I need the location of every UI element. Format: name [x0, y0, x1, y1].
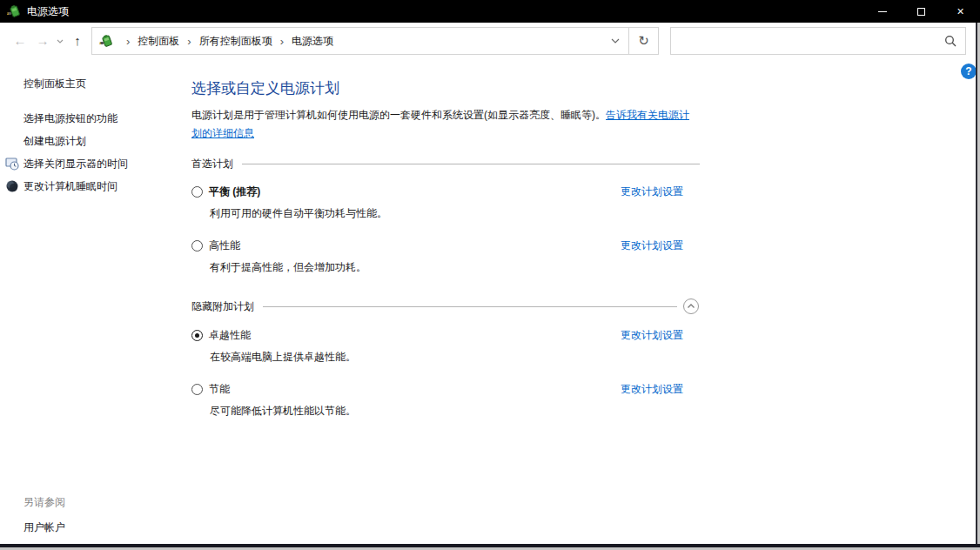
- breadcrumb-all-items[interactable]: 所有控制面板项: [199, 34, 272, 49]
- moon-sphere-icon: [5, 179, 19, 193]
- section-rule: [263, 306, 677, 307]
- sidebar-item-display-off-time[interactable]: 选择关闭显示器的时间: [23, 158, 191, 170]
- main-content: 选择或自定义电源计划 电源计划是用于管理计算机如何使用电源的一套硬件和系统设置(…: [191, 59, 705, 436]
- see-also-section: 另请参阅 用户帐户: [23, 495, 65, 535]
- plan-balanced: 平衡 (推荐) 更改计划设置 利用可用的硬件自动平衡功耗与性能。: [191, 184, 683, 221]
- sidebar-item-user-accounts[interactable]: 用户帐户: [23, 520, 65, 535]
- plan-name-high-performance[interactable]: 高性能: [209, 238, 240, 253]
- plan-description: 利用可用的硬件自动平衡功耗与性能。: [210, 206, 683, 221]
- crumb-separator-icon: ›: [126, 35, 130, 48]
- plan-name-balanced[interactable]: 平衡 (推荐): [209, 184, 260, 199]
- radio-ultimate-performance[interactable]: [191, 330, 203, 341]
- crumb-separator-icon: ›: [280, 35, 284, 48]
- sidebar-item-create-plan[interactable]: 创建电源计划: [23, 135, 191, 147]
- power-options-app-icon: [7, 4, 21, 18]
- crumb-separator-icon: ›: [187, 35, 191, 48]
- section-header-label: 隐藏附加计划: [191, 299, 254, 314]
- window-bottom-edge: [0, 544, 980, 550]
- navigation-bar: ← → ↑ › 控制面板 › 所有控制面板项 › 电源选项: [0, 23, 980, 59]
- change-plan-settings-link-balanced[interactable]: 更改计划设置: [621, 184, 683, 199]
- plan-power-saver: 节能 更改计划设置 尽可能降低计算机性能以节能。: [191, 382, 683, 419]
- plan-high-performance: 高性能 更改计划设置 有利于提高性能，但会增加功耗。: [191, 238, 683, 275]
- window-title: 电源选项: [27, 4, 69, 19]
- refresh-button[interactable]: ↻: [629, 27, 659, 55]
- close-button[interactable]: ×: [941, 0, 980, 23]
- maximize-icon: [917, 8, 925, 16]
- sidebar-item-sleep-time[interactable]: 更改计算机睡眠时间: [23, 180, 191, 192]
- search-box[interactable]: [670, 27, 966, 55]
- window-right-edge: [976, 23, 980, 544]
- refresh-icon: ↻: [638, 33, 649, 49]
- up-button[interactable]: ↑: [66, 27, 89, 55]
- intro-text: 电源计划是用于管理计算机如何使用电源的一套硬件和系统设置(如显示器亮度、睡眠等)…: [191, 106, 695, 143]
- search-icon: [944, 35, 957, 47]
- collapse-section-button[interactable]: [682, 298, 700, 315]
- minimize-button[interactable]: [863, 0, 902, 23]
- change-plan-settings-link-ultimate[interactable]: 更改计划设置: [621, 328, 683, 343]
- plan-description: 在较高端电脑上提供卓越性能。: [210, 350, 683, 365]
- recent-pages-chevron[interactable]: [54, 39, 66, 44]
- section-header-label: 首选计划: [191, 157, 233, 171]
- plan-ultimate-performance: 卓越性能 更改计划设置 在较高端电脑上提供卓越性能。: [191, 328, 683, 365]
- search-input[interactable]: [680, 35, 944, 47]
- title-bar: 电源选项 ×: [0, 0, 980, 23]
- section-rule: [242, 164, 700, 164]
- change-plan-settings-link-high-performance[interactable]: 更改计划设置: [621, 238, 683, 253]
- minimize-icon: [878, 11, 887, 12]
- address-dropdown-button[interactable]: [602, 28, 628, 54]
- change-plan-settings-link-power-saver[interactable]: 更改计划设置: [621, 382, 683, 397]
- plan-name-ultimate-performance[interactable]: 卓越性能: [209, 328, 251, 343]
- radio-balanced[interactable]: [191, 186, 203, 198]
- radio-power-saver[interactable]: [191, 384, 203, 395]
- chevron-down-icon: [57, 39, 64, 44]
- power-options-crumb-icon: [99, 34, 113, 48]
- see-also-header: 另请参阅: [23, 495, 65, 510]
- radio-high-performance[interactable]: [191, 240, 203, 252]
- help-icon: ?: [965, 65, 971, 77]
- help-button[interactable]: ?: [961, 64, 977, 79]
- sidebar-item-label: 更改计算机睡眠时间: [23, 180, 117, 192]
- sidebar-item-control-panel-home[interactable]: 控制面板主页: [23, 77, 191, 91]
- power-options-window: 电源选项 × ← → ↑ › 控制面板 ›: [0, 0, 980, 550]
- chevron-down-icon: [611, 38, 620, 44]
- section-header-hidden-plans: 隐藏附加计划: [191, 298, 700, 315]
- breadcrumb-power-options[interactable]: 电源选项: [292, 34, 333, 49]
- intro-body: 电源计划是用于管理计算机如何使用电源的一套硬件和系统设置(如显示器亮度、睡眠等)…: [191, 109, 606, 121]
- plan-description: 有利于提高性能，但会增加功耗。: [210, 260, 683, 275]
- section-header-preferred-plans: 首选计划: [191, 157, 700, 171]
- sidebar-item-power-buttons[interactable]: 选择电源按钮的功能: [23, 112, 191, 124]
- sidebar-item-label: 选择关闭显示器的时间: [23, 158, 128, 170]
- window-body: 控制面板主页 选择电源按钮的功能 创建电源计划 选择关闭显示器的时间 更改计: [0, 59, 980, 436]
- forward-button[interactable]: →: [31, 27, 54, 55]
- plan-description: 尽可能降低计算机性能以节能。: [210, 404, 683, 419]
- back-button[interactable]: ←: [9, 27, 31, 55]
- close-icon: ×: [957, 5, 963, 17]
- plan-name-power-saver[interactable]: 节能: [209, 382, 230, 397]
- page-title: 选择或自定义电源计划: [191, 78, 705, 98]
- breadcrumb-control-panel[interactable]: 控制面板: [138, 34, 179, 49]
- display-clock-icon: [5, 157, 19, 171]
- breadcrumb: › 控制面板 › 所有控制面板项 › 电源选项: [91, 27, 629, 55]
- maximize-button[interactable]: [902, 0, 941, 23]
- sidebar: 控制面板主页 选择电源按钮的功能 创建电源计划 选择关闭显示器的时间 更改计: [0, 59, 191, 436]
